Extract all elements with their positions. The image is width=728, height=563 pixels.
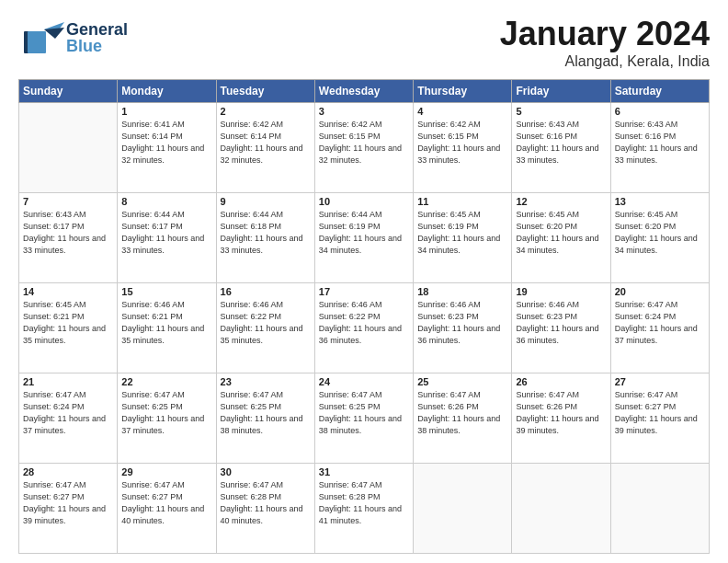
calendar-day-cell: 24Sunrise: 6:47 AMSunset: 6:25 PMDayligh…	[314, 373, 413, 464]
day-number: 19	[516, 286, 606, 297]
calendar-week-row: 14Sunrise: 6:45 AMSunset: 6:21 PMDayligh…	[19, 283, 710, 373]
day-info: Sunrise: 6:41 AMSunset: 6:14 PMDaylight:…	[121, 119, 211, 167]
day-number: 24	[319, 376, 409, 387]
calendar-day-cell	[610, 464, 709, 554]
day-info: Sunrise: 6:46 AMSunset: 6:23 PMDaylight:…	[417, 299, 507, 347]
day-info: Sunrise: 6:45 AMSunset: 6:20 PMDaylight:…	[615, 209, 705, 257]
day-info: Sunrise: 6:47 AMSunset: 6:24 PMDaylight:…	[23, 389, 113, 437]
calendar-day-cell: 8Sunrise: 6:44 AMSunset: 6:17 PMDaylight…	[118, 193, 216, 283]
calendar-day-cell	[19, 103, 118, 193]
calendar-day-cell: 11Sunrise: 6:45 AMSunset: 6:19 PMDayligh…	[414, 193, 512, 283]
svg-rect-1	[28, 31, 46, 53]
day-number: 12	[516, 196, 606, 207]
calendar-week-row: 7Sunrise: 6:43 AMSunset: 6:17 PMDaylight…	[19, 193, 710, 283]
day-number: 6	[615, 106, 705, 117]
day-number: 8	[121, 196, 211, 207]
calendar-day-cell: 6Sunrise: 6:43 AMSunset: 6:16 PMDaylight…	[610, 103, 709, 193]
calendar-day-cell: 22Sunrise: 6:47 AMSunset: 6:25 PMDayligh…	[118, 373, 216, 464]
calendar-day-cell: 15Sunrise: 6:46 AMSunset: 6:21 PMDayligh…	[118, 283, 216, 373]
day-number: 1	[121, 106, 211, 117]
day-info: Sunrise: 6:47 AMSunset: 6:25 PMDaylight:…	[221, 389, 311, 437]
day-number: 30	[221, 466, 311, 477]
calendar-day-cell: 9Sunrise: 6:44 AMSunset: 6:18 PMDaylight…	[216, 193, 314, 283]
calendar-table: SundayMondayTuesdayWednesdayThursdayFrid…	[18, 79, 710, 554]
day-info: Sunrise: 6:42 AMSunset: 6:15 PMDaylight:…	[417, 119, 507, 167]
calendar-day-cell: 21Sunrise: 6:47 AMSunset: 6:24 PMDayligh…	[19, 373, 118, 464]
logo-icon	[18, 15, 64, 61]
calendar-day-header: Wednesday	[314, 80, 413, 103]
day-number: 29	[121, 466, 211, 477]
day-info: Sunrise: 6:47 AMSunset: 6:26 PMDaylight:…	[516, 389, 606, 437]
calendar-day-cell: 25Sunrise: 6:47 AMSunset: 6:26 PMDayligh…	[414, 373, 512, 464]
logo: General Blue	[18, 15, 128, 61]
day-number: 26	[516, 376, 606, 387]
day-number: 18	[417, 286, 507, 297]
day-number: 15	[121, 286, 211, 297]
month-title: January 2024	[500, 15, 710, 53]
calendar-day-header: Thursday	[414, 80, 512, 103]
calendar-day-cell: 23Sunrise: 6:47 AMSunset: 6:25 PMDayligh…	[216, 373, 314, 464]
day-info: Sunrise: 6:45 AMSunset: 6:19 PMDaylight:…	[417, 209, 507, 257]
day-info: Sunrise: 6:46 AMSunset: 6:22 PMDaylight:…	[319, 299, 409, 347]
calendar-day-cell: 10Sunrise: 6:44 AMSunset: 6:19 PMDayligh…	[314, 193, 413, 283]
calendar-day-cell	[414, 464, 512, 554]
day-info: Sunrise: 6:45 AMSunset: 6:20 PMDaylight:…	[516, 209, 606, 257]
calendar-day-cell: 5Sunrise: 6:43 AMSunset: 6:16 PMDaylight…	[512, 103, 610, 193]
calendar-day-header: Friday	[512, 80, 610, 103]
calendar-day-cell: 30Sunrise: 6:47 AMSunset: 6:28 PMDayligh…	[216, 464, 314, 554]
day-number: 11	[417, 196, 507, 207]
day-info: Sunrise: 6:47 AMSunset: 6:28 PMDaylight:…	[319, 479, 409, 527]
day-number: 20	[615, 286, 705, 297]
calendar-day-cell: 1Sunrise: 6:41 AMSunset: 6:14 PMDaylight…	[118, 103, 216, 193]
page: General Blue January 2024 Alangad, Keral…	[0, 0, 728, 563]
day-info: Sunrise: 6:46 AMSunset: 6:23 PMDaylight:…	[516, 299, 606, 347]
calendar-day-cell: 19Sunrise: 6:46 AMSunset: 6:23 PMDayligh…	[512, 283, 610, 373]
calendar-day-cell: 17Sunrise: 6:46 AMSunset: 6:22 PMDayligh…	[314, 283, 413, 373]
calendar-day-header: Tuesday	[216, 80, 314, 103]
day-number: 7	[23, 196, 113, 207]
calendar-day-cell: 31Sunrise: 6:47 AMSunset: 6:28 PMDayligh…	[314, 464, 413, 554]
calendar-day-cell: 29Sunrise: 6:47 AMSunset: 6:27 PMDayligh…	[118, 464, 216, 554]
day-number: 4	[417, 106, 507, 117]
header: General Blue January 2024 Alangad, Keral…	[18, 15, 710, 70]
calendar-day-cell: 20Sunrise: 6:47 AMSunset: 6:24 PMDayligh…	[610, 283, 709, 373]
day-info: Sunrise: 6:45 AMSunset: 6:21 PMDaylight:…	[23, 299, 113, 347]
day-info: Sunrise: 6:42 AMSunset: 6:15 PMDaylight:…	[319, 119, 409, 167]
day-number: 31	[319, 466, 409, 477]
day-info: Sunrise: 6:47 AMSunset: 6:27 PMDaylight:…	[121, 479, 211, 527]
calendar-day-cell: 27Sunrise: 6:47 AMSunset: 6:27 PMDayligh…	[610, 373, 709, 464]
day-number: 14	[23, 286, 113, 297]
day-info: Sunrise: 6:46 AMSunset: 6:21 PMDaylight:…	[121, 299, 211, 347]
day-info: Sunrise: 6:47 AMSunset: 6:24 PMDaylight:…	[615, 299, 705, 347]
calendar-day-cell	[512, 464, 610, 554]
calendar-day-cell: 3Sunrise: 6:42 AMSunset: 6:15 PMDaylight…	[314, 103, 413, 193]
title-block: January 2024 Alangad, Kerala, India	[500, 15, 710, 70]
day-info: Sunrise: 6:47 AMSunset: 6:25 PMDaylight:…	[319, 389, 409, 437]
calendar-day-cell: 12Sunrise: 6:45 AMSunset: 6:20 PMDayligh…	[512, 193, 610, 283]
day-number: 28	[23, 466, 113, 477]
day-info: Sunrise: 6:47 AMSunset: 6:27 PMDaylight:…	[615, 389, 705, 437]
day-number: 5	[516, 106, 606, 117]
calendar-day-cell: 16Sunrise: 6:46 AMSunset: 6:22 PMDayligh…	[216, 283, 314, 373]
day-info: Sunrise: 6:43 AMSunset: 6:16 PMDaylight:…	[516, 119, 606, 167]
day-number: 22	[121, 376, 211, 387]
day-info: Sunrise: 6:43 AMSunset: 6:16 PMDaylight:…	[615, 119, 705, 167]
day-number: 10	[319, 196, 409, 207]
calendar-header-row: SundayMondayTuesdayWednesdayThursdayFrid…	[19, 80, 710, 103]
day-number: 9	[221, 196, 311, 207]
day-info: Sunrise: 6:47 AMSunset: 6:26 PMDaylight:…	[417, 389, 507, 437]
calendar-day-cell: 4Sunrise: 6:42 AMSunset: 6:15 PMDaylight…	[414, 103, 512, 193]
day-number: 13	[615, 196, 705, 207]
day-number: 16	[221, 286, 311, 297]
day-number: 21	[23, 376, 113, 387]
calendar-day-cell: 13Sunrise: 6:45 AMSunset: 6:20 PMDayligh…	[610, 193, 709, 283]
logo-name: General Blue	[66, 21, 128, 54]
calendar-day-cell: 2Sunrise: 6:42 AMSunset: 6:14 PMDaylight…	[216, 103, 314, 193]
day-number: 23	[221, 376, 311, 387]
location: Alangad, Kerala, India	[500, 53, 710, 70]
logo-blue-text: Blue	[66, 38, 128, 54]
day-info: Sunrise: 6:44 AMSunset: 6:19 PMDaylight:…	[319, 209, 409, 257]
day-number: 17	[319, 286, 409, 297]
day-info: Sunrise: 6:42 AMSunset: 6:14 PMDaylight:…	[221, 119, 311, 167]
day-number: 2	[221, 106, 311, 117]
